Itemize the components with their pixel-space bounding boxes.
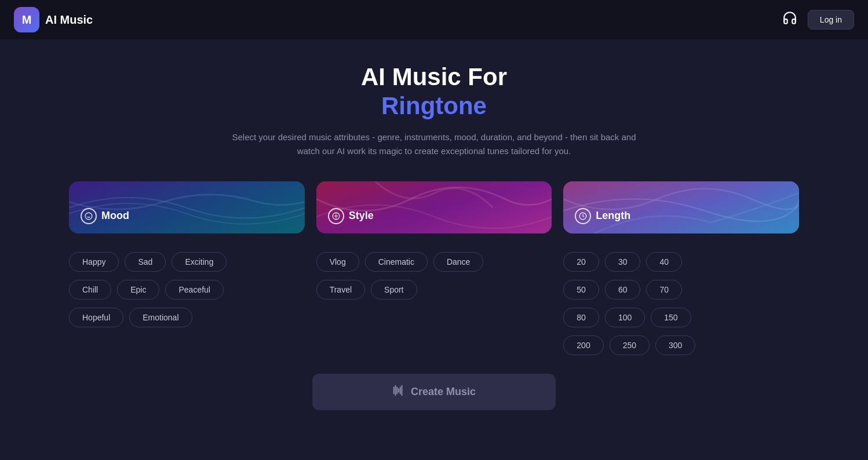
mood-label-text: Mood: [101, 210, 129, 222]
svg-rect-4: [316, 181, 552, 233]
hero-description: Select your desired music attributes - g…: [231, 130, 637, 158]
style-row-2: Travel Sport: [316, 280, 552, 300]
style-icon: [328, 208, 344, 224]
style-row-1: Vlog Cinematic Dance: [316, 252, 552, 272]
logo-icon: M: [14, 7, 39, 32]
main-content: AI Music For Ringtone Select your desire…: [57, 39, 811, 422]
svg-point-1: [85, 213, 92, 220]
create-music-button[interactable]: Create Music: [312, 374, 556, 410]
mood-epic[interactable]: Epic: [117, 280, 159, 300]
hero-title: AI Music For: [69, 63, 799, 92]
mood-row-3: Hopeful Emotional: [69, 308, 305, 327]
style-sport[interactable]: Sport: [371, 280, 417, 300]
length-40[interactable]: 40: [646, 252, 682, 272]
length-60[interactable]: 60: [605, 280, 641, 300]
mood-happy[interactable]: Happy: [69, 252, 119, 272]
mood-row-2: Chill Epic Peaceful: [69, 280, 305, 300]
length-label-text: Length: [596, 210, 630, 222]
length-20[interactable]: 20: [563, 252, 599, 272]
length-icon: [575, 208, 591, 224]
login-button[interactable]: Log in: [808, 10, 854, 30]
mood-emotional[interactable]: Emotional: [129, 308, 192, 327]
mood-options: Happy Sad Exciting Chill Epic Peaceful H…: [69, 252, 305, 355]
style-label-text: Style: [349, 210, 374, 222]
mood-row-1: Happy Sad Exciting: [69, 252, 305, 272]
length-70[interactable]: 70: [646, 280, 682, 300]
headphone-button[interactable]: [780, 8, 800, 31]
length-250[interactable]: 250: [610, 335, 650, 355]
length-row-4: 200 250 300: [563, 335, 799, 355]
mood-icon: [81, 208, 97, 224]
category-cards: Mood: [69, 181, 799, 233]
style-dance[interactable]: Dance: [433, 252, 483, 272]
card-length-label: Length: [575, 208, 630, 224]
length-row-1: 20 30 40: [563, 252, 799, 272]
length-300[interactable]: 300: [655, 335, 695, 355]
mood-sad[interactable]: Sad: [125, 252, 166, 272]
create-music-label: Create Music: [411, 386, 476, 398]
svg-rect-9: [563, 181, 799, 233]
app-header: M AI Music Log in: [0, 0, 868, 39]
logo-text: AI Music: [45, 13, 93, 27]
length-80[interactable]: 80: [563, 308, 599, 327]
style-options: Vlog Cinematic Dance Travel Sport: [316, 252, 552, 355]
mood-exciting[interactable]: Exciting: [172, 252, 227, 272]
style-vlog[interactable]: Vlog: [316, 252, 359, 272]
card-mood[interactable]: Mood: [69, 181, 305, 233]
card-mood-label: Mood: [81, 208, 129, 224]
card-style[interactable]: Style: [316, 181, 552, 233]
length-50[interactable]: 50: [563, 280, 599, 300]
length-200[interactable]: 200: [563, 335, 603, 355]
mood-chill[interactable]: Chill: [69, 280, 111, 300]
card-style-label: Style: [328, 208, 374, 224]
length-150[interactable]: 150: [651, 308, 691, 327]
length-row-3: 80 100 150: [563, 308, 799, 327]
length-100[interactable]: 100: [605, 308, 645, 327]
header-right: Log in: [780, 8, 854, 31]
mood-hopeful[interactable]: Hopeful: [69, 308, 123, 327]
style-cinematic[interactable]: Cinematic: [365, 252, 428, 272]
svg-point-6: [335, 215, 337, 217]
logo-area: M AI Music: [14, 7, 93, 32]
style-travel[interactable]: Travel: [316, 280, 365, 300]
hero-subtitle: Ringtone: [69, 92, 799, 121]
length-options: 20 30 40 50 60 70 80 100 150 200 250 300: [563, 252, 799, 355]
mood-peaceful[interactable]: Peaceful: [165, 280, 223, 300]
create-music-icon: [392, 384, 405, 400]
create-section: Create Music: [69, 374, 799, 410]
length-row-2: 50 60 70: [563, 280, 799, 300]
card-length[interactable]: Length: [563, 181, 799, 233]
hero-section: AI Music For Ringtone Select your desire…: [69, 63, 799, 158]
length-30[interactable]: 30: [605, 252, 641, 272]
options-section: Happy Sad Exciting Chill Epic Peaceful H…: [69, 252, 799, 355]
